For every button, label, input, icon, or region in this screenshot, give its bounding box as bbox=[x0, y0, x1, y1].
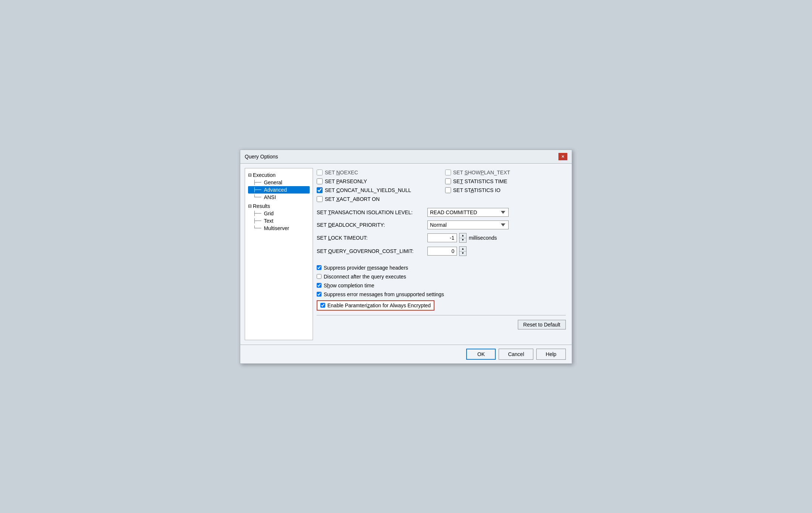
label-lock-timeout: SET LOCK TIMEOUT: bbox=[317, 235, 424, 241]
milliseconds-label: milliseconds bbox=[469, 235, 497, 241]
connector-advanced: ├── bbox=[253, 187, 264, 192]
label-suppress-errors: Suppress error messages from unsupported… bbox=[324, 291, 444, 297]
tree-label-text: Text bbox=[264, 218, 273, 224]
connector-grid: ├── bbox=[253, 211, 264, 216]
query-governor-input-group: ▲ ▼ bbox=[427, 246, 467, 256]
tree-item-general[interactable]: ├── General bbox=[248, 179, 310, 186]
check-row-concat-null: SET CONCAT_NULL_YIELDS_NULL bbox=[317, 187, 438, 193]
field-row-lock-timeout: SET LOCK TIMEOUT: ▲ ▼ milliseconds bbox=[317, 233, 566, 243]
tree-panel: ⊟ Execution ├── General ├── Advanced └──… bbox=[245, 168, 313, 340]
field-row-deadlock: SET DEADLOCK_PRIORITY: Low Normal High bbox=[317, 220, 566, 229]
cancel-button[interactable]: Cancel bbox=[499, 349, 533, 360]
check-row-showplan: SET SHOWPLAN_TEXT bbox=[445, 170, 566, 175]
checkbox-set-showplan[interactable] bbox=[445, 170, 451, 175]
spin-up-lock-timeout[interactable]: ▲ bbox=[460, 233, 466, 238]
check-row-noexec: SET NOEXEC bbox=[317, 170, 438, 175]
input-query-governor[interactable] bbox=[427, 247, 457, 256]
check-row-parameterization: Enable Paramterization for Always Encryp… bbox=[317, 299, 566, 312]
label-set-concat: SET CONCAT_NULL_YIELDS_NULL bbox=[325, 187, 411, 193]
label-set-xact: SET XACT_ABORT ON bbox=[325, 196, 380, 202]
input-lock-timeout[interactable] bbox=[427, 233, 457, 242]
dialog-body: ⊟ Execution ├── General ├── Advanced └──… bbox=[240, 164, 572, 345]
label-transaction: SET TRANSACTION ISOLATION LEVEL: bbox=[317, 209, 424, 215]
label-disconnect: Disconnect after the query executes bbox=[324, 274, 406, 280]
label-set-noexec: SET NOEXEC bbox=[325, 170, 358, 175]
checkbox-set-stats-io[interactable] bbox=[445, 187, 451, 193]
spin-buttons-query-governor: ▲ ▼ bbox=[459, 246, 467, 256]
checkbox-enable-parameterization[interactable] bbox=[320, 303, 325, 308]
tree-item-ansi[interactable]: └── ANSI bbox=[248, 194, 310, 201]
ok-button[interactable]: OK bbox=[466, 349, 496, 360]
label-enable-parameterization: Enable Paramterization for Always Encryp… bbox=[327, 302, 431, 308]
label-show-completion: Show completion time bbox=[324, 283, 374, 288]
tree-item-advanced[interactable]: ├── Advanced bbox=[248, 186, 310, 194]
check-row-stats-time: SET STATISTICS TIME bbox=[445, 178, 566, 184]
fields-section: SET TRANSACTION ISOLATION LEVEL: READ UN… bbox=[317, 206, 566, 261]
check-row-disconnect: Disconnect after the query executes bbox=[317, 272, 566, 281]
connector-general: ├── bbox=[253, 180, 264, 185]
tree-item-multiserver[interactable]: └── Multiserver bbox=[248, 225, 310, 232]
checkbox-set-parseonly[interactable] bbox=[317, 178, 323, 184]
help-button[interactable]: Help bbox=[536, 349, 566, 360]
check-row-stats-io: SET STATISTICS IO bbox=[445, 187, 566, 193]
expand-icon-execution: ⊟ bbox=[248, 172, 252, 178]
content-scroll[interactable]: SET NOEXEC SET SHOWPLAN_TEXT SET PARSEON… bbox=[317, 168, 567, 340]
reset-row: Reset to Default bbox=[317, 318, 566, 332]
check-row-suppress-errors: Suppress error messages from unsupported… bbox=[317, 290, 566, 299]
tree-label-ansi: ANSI bbox=[264, 194, 276, 200]
connector-text: ├── bbox=[253, 218, 264, 223]
empty-cell bbox=[445, 196, 566, 202]
tree-label-grid: Grid bbox=[264, 211, 273, 216]
label-set-showplan: SET SHOWPLAN_TEXT bbox=[453, 170, 510, 175]
check-row-suppress-headers: Suppress provider message headers bbox=[317, 263, 566, 272]
check-row-xact-abort: SET XACT_ABORT ON bbox=[317, 196, 438, 202]
tree-item-grid[interactable]: ├── Grid bbox=[248, 210, 310, 217]
expand-icon-results: ⊟ bbox=[248, 204, 252, 209]
tree-label-general: General bbox=[264, 179, 282, 185]
label-set-stats-io: SET STATISTICS IO bbox=[453, 187, 500, 193]
label-query-governor: SET QUERY_GOVERNOR_COST_LIMIT: bbox=[317, 248, 424, 254]
spin-buttons-lock-timeout: ▲ ▼ bbox=[459, 233, 467, 243]
dialog-footer: OK Cancel Help bbox=[240, 345, 572, 363]
check-row-parseonly: SET PARSEONLY bbox=[317, 178, 438, 184]
checkbox-show-completion[interactable] bbox=[317, 283, 321, 288]
tree-item-execution[interactable]: ⊟ Execution bbox=[248, 171, 310, 179]
checkbox-set-xact[interactable] bbox=[317, 196, 323, 202]
connector-ansi: └── bbox=[253, 195, 264, 200]
highlighted-parameterization: Enable Paramterization for Always Encryp… bbox=[317, 300, 434, 311]
top-options-grid: SET NOEXEC SET SHOWPLAN_TEXT SET PARSEON… bbox=[317, 168, 566, 206]
reset-to-default-button[interactable]: Reset to Default bbox=[518, 320, 566, 329]
tree-label-advanced: Advanced bbox=[264, 187, 287, 193]
spin-up-query-governor[interactable]: ▲ bbox=[460, 247, 466, 251]
tree-item-results[interactable]: ⊟ Results bbox=[248, 202, 310, 210]
checkbox-set-concat[interactable] bbox=[317, 187, 323, 193]
label-set-stats-time: SET STATISTICS TIME bbox=[453, 178, 508, 184]
connector-multiserver: └── bbox=[253, 226, 264, 231]
select-transaction-isolation[interactable]: READ UNCOMMITTED READ COMMITTED REPEATAB… bbox=[427, 208, 509, 217]
checkbox-suppress-errors[interactable] bbox=[317, 292, 321, 297]
close-button[interactable]: × bbox=[558, 153, 567, 160]
spin-down-query-governor[interactable]: ▼ bbox=[460, 251, 466, 256]
label-suppress-headers: Suppress provider message headers bbox=[324, 265, 408, 271]
field-row-query-governor: SET QUERY_GOVERNOR_COST_LIMIT: ▲ ▼ bbox=[317, 246, 566, 256]
content-panel: SET NOEXEC SET SHOWPLAN_TEXT SET PARSEON… bbox=[317, 168, 567, 340]
select-deadlock-priority[interactable]: Low Normal High bbox=[427, 220, 509, 229]
dialog-title: Query Options bbox=[245, 154, 278, 160]
checkbox-set-noexec[interactable] bbox=[317, 170, 323, 175]
tree-label-multiserver: Multiserver bbox=[264, 225, 289, 231]
single-checkboxes-section: Suppress provider message headers Discon… bbox=[317, 263, 566, 312]
checkbox-disconnect[interactable] bbox=[317, 274, 321, 279]
spin-down-lock-timeout[interactable]: ▼ bbox=[460, 238, 466, 242]
checkbox-suppress-headers[interactable] bbox=[317, 265, 321, 270]
field-row-transaction: SET TRANSACTION ISOLATION LEVEL: READ UN… bbox=[317, 208, 566, 217]
checkbox-set-stats-time[interactable] bbox=[445, 178, 451, 184]
tree-label-execution: Execution bbox=[253, 172, 275, 178]
lock-timeout-input-group: ▲ ▼ milliseconds bbox=[427, 233, 497, 243]
divider bbox=[317, 315, 566, 315]
label-set-parseonly: SET PARSEONLY bbox=[325, 178, 367, 184]
tree-item-text[interactable]: ├── Text bbox=[248, 217, 310, 225]
check-row-show-completion: Show completion time bbox=[317, 281, 566, 290]
title-bar: Query Options × bbox=[240, 150, 572, 164]
label-deadlock: SET DEADLOCK_PRIORITY: bbox=[317, 222, 424, 228]
query-options-dialog: Query Options × ⊟ Execution ├── General … bbox=[240, 150, 572, 364]
